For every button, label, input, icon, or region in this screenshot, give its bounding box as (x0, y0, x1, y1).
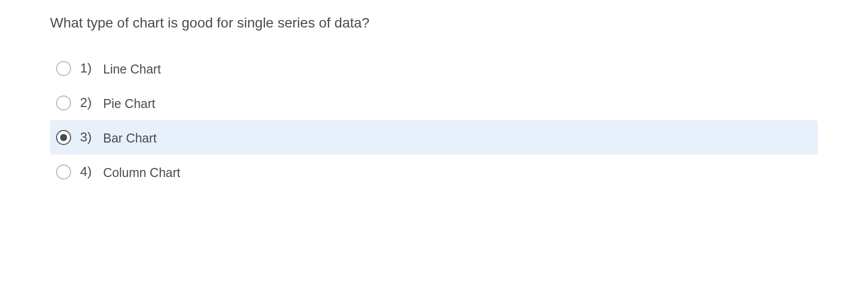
option-4[interactable]: 4) Column Chart (50, 154, 818, 189)
option-label: Column Chart (103, 164, 180, 180)
radio-button[interactable] (56, 96, 71, 110)
option-label: Pie Chart (103, 94, 155, 111)
radio-button[interactable] (56, 164, 71, 180)
option-number: 3) (80, 130, 97, 145)
radio-button[interactable] (56, 61, 71, 76)
option-number: 4) (80, 164, 97, 180)
option-3[interactable]: 3) Bar Chart (50, 120, 818, 154)
radio-dot-icon (60, 134, 67, 141)
option-number: 2) (80, 95, 97, 110)
options-list: 1) Line Chart 2) Pie Chart 3) Bar Chart … (50, 51, 818, 189)
option-label: Line Chart (103, 60, 161, 76)
question-text: What type of chart is good for single se… (50, 15, 818, 31)
option-number: 1) (80, 60, 97, 76)
option-label: Bar Chart (103, 129, 157, 146)
radio-button[interactable] (56, 130, 71, 145)
option-1[interactable]: 1) Line Chart (50, 51, 818, 86)
option-2[interactable]: 2) Pie Chart (50, 86, 818, 120)
